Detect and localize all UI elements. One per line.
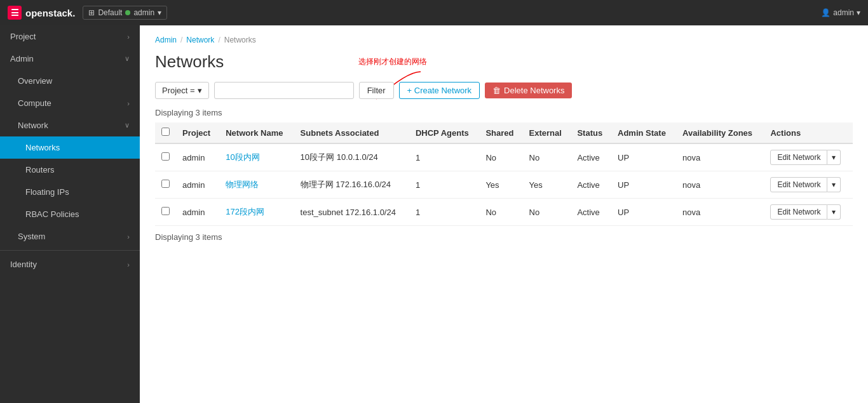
sidebar-arrow-network: ∨ [125, 121, 130, 129]
action-group-0: Edit Network ▾ [770, 150, 846, 165]
sidebar-item-network[interactable]: Network ∨ [0, 114, 140, 136]
sidebar: Project › Admin ∨ Overview Compute › Net… [0, 25, 140, 403]
row-checkbox-cell [155, 199, 176, 226]
user-chevron: ▾ [857, 8, 860, 17]
row-network-name-0: 10段内网 [219, 143, 294, 171]
toolbar-container: 选择刚才创建的网络 Project = ▾ [155, 82, 853, 99]
row-dhcp-1: 1 [409, 171, 479, 199]
table-header: Project Network Name Subnets Associated … [155, 122, 853, 143]
filter-input[interactable] [214, 82, 354, 99]
row-external-1: Yes [523, 171, 571, 199]
breadcrumb-network[interactable]: Network [186, 36, 214, 44]
logo-text: openstack. [25, 8, 75, 18]
topbar: ☰ openstack. ⊞ Default admin ▾ 👤 admin ▾ [0, 0, 868, 25]
network-name-link-2[interactable]: 172段内网 [226, 207, 264, 216]
row-actions-0: Edit Network ▾ [764, 143, 853, 171]
filter-button[interactable]: Filter [359, 82, 394, 99]
sidebar-label-overview: Overview [18, 76, 52, 86]
content-inner: Admin / Network / Networks Networks 选择刚才… [140, 25, 868, 257]
th-status: Status [571, 122, 611, 143]
row-checkbox-2[interactable] [161, 207, 170, 215]
content-area: Admin / Network / Networks Networks 选择刚才… [140, 25, 868, 403]
action-group-2: Edit Network ▾ [770, 204, 846, 220]
edit-network-dropdown-2[interactable]: ▾ [827, 204, 841, 220]
th-dhcp: DHCP Agents [409, 122, 479, 143]
edit-network-dropdown-1[interactable]: ▾ [827, 177, 841, 192]
main-layout: Project › Admin ∨ Overview Compute › Net… [0, 25, 868, 403]
row-checkbox-1[interactable] [161, 180, 170, 188]
sidebar-divider [0, 250, 140, 251]
sidebar-arrow-compute: › [127, 100, 130, 107]
row-external-0: No [523, 143, 571, 171]
edit-network-button-2[interactable]: Edit Network [770, 204, 827, 220]
breadcrumb: Admin / Network / Networks [155, 36, 853, 44]
sidebar-item-identity[interactable]: Identity › [0, 253, 140, 275]
create-network-button[interactable]: + Create Network [399, 82, 480, 99]
row-checkbox-0[interactable] [161, 152, 170, 161]
row-az-0: nova [676, 143, 764, 171]
edit-network-dropdown-0[interactable]: ▾ [827, 150, 841, 165]
row-admin-state-0: UP [611, 143, 676, 171]
th-admin-state: Admin State [611, 122, 676, 143]
table-row: admin 10段内网 10段子网 10.0.1.0/24 1 No No Ac… [155, 143, 853, 171]
networks-table: Project Network Name Subnets Associated … [155, 122, 853, 226]
breadcrumb-sep-2: / [218, 36, 220, 44]
project-dropdown-arrow: ▾ [198, 86, 202, 95]
logo: ☰ openstack. [8, 6, 75, 20]
username: admin [833, 8, 854, 17]
network-name-link-1[interactable]: 物理网络 [226, 180, 259, 189]
sidebar-item-networks[interactable]: Networks [0, 136, 140, 159]
sidebar-item-admin[interactable]: Admin ∨ [0, 48, 140, 70]
row-shared-1: Yes [479, 171, 522, 199]
table-row: admin 物理网络 物理子网 172.16.16.0/24 1 Yes Yes… [155, 171, 853, 199]
row-subnets-0: 10段子网 10.0.1.0/24 [294, 143, 409, 171]
th-subnets: Subnets Associated [294, 122, 409, 143]
row-actions-2: Edit Network ▾ [764, 199, 853, 226]
edit-network-button-0[interactable]: Edit Network [770, 150, 827, 165]
sidebar-item-floating-ips[interactable]: Floating IPs [0, 181, 140, 203]
sidebar-item-system[interactable]: System › [0, 225, 140, 248]
sidebar-item-routers[interactable]: Routers [0, 159, 140, 181]
th-shared: Shared [479, 122, 522, 143]
sidebar-item-overview[interactable]: Overview [0, 70, 140, 92]
trash-icon: 🗑 [492, 86, 501, 95]
project-dropdown-label: Project = [162, 86, 195, 95]
sidebar-item-project[interactable]: Project › [0, 25, 140, 48]
edit-network-button-1[interactable]: Edit Network [770, 177, 827, 192]
sidebar-label-admin: Admin [10, 54, 34, 63]
row-project-1: admin [176, 171, 219, 199]
row-shared-0: No [479, 143, 522, 171]
breadcrumb-sep-1: / [180, 36, 182, 44]
display-count-top: Displaying 3 items [155, 108, 853, 117]
user-menu[interactable]: 👤 admin ▾ [821, 8, 860, 17]
row-az-1: nova [676, 171, 764, 199]
sidebar-label-network: Network [18, 121, 48, 130]
region-chevron: ▾ [158, 8, 161, 17]
action-group-1: Edit Network ▾ [770, 177, 846, 192]
delete-networks-button[interactable]: 🗑 Delete Networks [485, 83, 572, 98]
th-network-name: Network Name [219, 122, 294, 143]
sidebar-item-rbac-policies[interactable]: RBAC Policies [0, 203, 140, 225]
row-shared-2: No [479, 199, 522, 226]
row-checkbox-cell [155, 143, 176, 171]
network-name-link-0[interactable]: 10段内网 [226, 152, 259, 162]
topbar-left: ☰ openstack. ⊞ Default admin ▾ [8, 6, 167, 20]
sidebar-label-networks: Networks [25, 143, 60, 152]
sidebar-item-compute[interactable]: Compute › [0, 92, 140, 114]
region-selector[interactable]: ⊞ Default admin ▾ [83, 6, 167, 20]
sidebar-label-floating-ips: Floating IPs [25, 187, 69, 197]
project-dropdown[interactable]: Project = ▾ [155, 82, 209, 99]
row-az-2: nova [676, 199, 764, 226]
select-all-checkbox[interactable] [161, 128, 170, 136]
row-subnets-1: 物理子网 172.16.16.0/24 [294, 171, 409, 199]
row-admin-state-2: UP [611, 199, 676, 226]
th-project: Project [176, 122, 219, 143]
table-row: admin 172段内网 test_subnet 172.16.1.0/24 1… [155, 199, 853, 226]
row-status-0: Active [571, 143, 611, 171]
sidebar-label-routers: Routers [25, 165, 55, 175]
breadcrumb-admin[interactable]: Admin [155, 36, 177, 44]
sidebar-arrow-identity: › [127, 261, 130, 268]
row-dhcp-2: 1 [409, 199, 479, 226]
row-checkbox-cell [155, 171, 176, 199]
sidebar-arrow-project: › [127, 33, 130, 41]
